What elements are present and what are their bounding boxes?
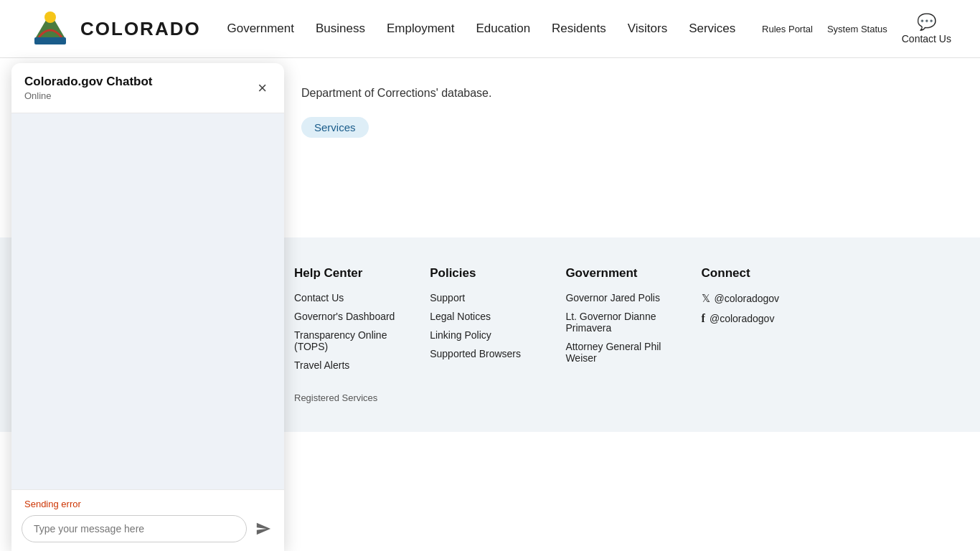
footer-legal-notices-link[interactable]: Legal Notices xyxy=(430,311,544,322)
nav-government[interactable]: Government xyxy=(227,22,294,36)
main-nav: Government Business Employment Education… xyxy=(227,22,735,36)
footer-help-center-heading: Help Center xyxy=(294,266,408,281)
chatbot-footer: Sending error xyxy=(11,489,284,551)
facebook-icon xyxy=(702,312,705,325)
footer-policies-heading: Policies xyxy=(430,266,544,281)
footer-support-link[interactable]: Support xyxy=(430,292,544,303)
chatbot-body xyxy=(11,113,284,489)
chatbot-close-button[interactable]: × xyxy=(253,79,271,98)
twitter-icon xyxy=(702,292,710,305)
footer-tops-link[interactable]: Transparency Online (TOPS) xyxy=(294,329,408,352)
corrections-text: Department of Corrections' database. xyxy=(301,87,951,100)
nav-visitors[interactable]: Visitors xyxy=(628,22,667,36)
chatbot-widget: Colorado.gov Chatbot Online × Sending er… xyxy=(11,63,284,551)
sending-error-text: Sending error xyxy=(22,499,274,509)
facebook-handle: @coloradogov xyxy=(710,313,775,324)
send-icon xyxy=(255,521,271,537)
footer-attorney-general-link[interactable]: Attorney General Phil Weiser xyxy=(565,341,679,364)
chatbot-status: Online xyxy=(24,90,152,101)
footer-policies: Policies Support Legal Notices Linking P… xyxy=(430,266,544,378)
footer-help-center: Help Center Contact Us Governor's Dashbo… xyxy=(294,266,408,378)
contact-icon: 💬 xyxy=(917,13,936,32)
footer-lt-governor-link[interactable]: Lt. Governor Dianne Primavera xyxy=(565,311,679,334)
footer-linking-policy-link[interactable]: Linking Policy xyxy=(430,329,544,341)
footer-facebook-link[interactable]: @coloradogov xyxy=(702,312,816,325)
footer-bottom-links: Registered Services xyxy=(294,392,951,403)
chatbot-input-row xyxy=(22,515,274,542)
nav-education[interactable]: Education xyxy=(476,22,530,36)
rules-portal-link[interactable]: Rules Portal xyxy=(762,24,813,34)
footer-government-heading: Government xyxy=(565,266,679,281)
nav-employment[interactable]: Employment xyxy=(387,22,454,36)
chatbot-message-input[interactable] xyxy=(22,515,247,542)
footer-connect: Connect @coloradogov @coloradogov xyxy=(702,266,816,378)
contact-label: Contact Us xyxy=(902,33,951,44)
nav-services[interactable]: Services xyxy=(689,22,735,36)
registered-services-link[interactable]: Registered Services xyxy=(294,392,377,403)
contact-us-link[interactable]: 💬 Contact Us xyxy=(902,13,951,44)
svg-rect-2 xyxy=(34,37,66,44)
logo-area: COLORADO xyxy=(29,7,201,50)
chatbot-header: Colorado.gov Chatbot Online × xyxy=(11,63,284,113)
system-status-label: System Status xyxy=(827,24,887,34)
footer-connect-heading: Connect xyxy=(702,266,816,281)
services-tag-button[interactable]: Services xyxy=(301,117,369,138)
footer-governor-link[interactable]: Governor Jared Polis xyxy=(565,292,679,303)
nav-business[interactable]: Business xyxy=(316,22,365,36)
svg-point-1 xyxy=(44,11,56,23)
footer-twitter-link[interactable]: @coloradogov xyxy=(702,292,816,305)
nav-extras: Rules Portal System Status 💬 Contact Us xyxy=(762,13,951,44)
colorado-logo xyxy=(29,7,72,50)
footer-contact-link[interactable]: Contact Us xyxy=(294,292,408,303)
header: COLORADO Government Business Employment … xyxy=(0,0,980,58)
chatbot-title: Colorado.gov Chatbot xyxy=(24,75,152,89)
twitter-handle: @coloradogov xyxy=(715,293,780,304)
footer-travel-alerts-link[interactable]: Travel Alerts xyxy=(294,359,408,371)
logo-text: COLORADO xyxy=(80,18,201,40)
rules-portal-label: Rules Portal xyxy=(762,24,813,34)
system-status-link[interactable]: System Status xyxy=(827,24,887,34)
footer-governors-dashboard-link[interactable]: Governor's Dashboard xyxy=(294,311,408,322)
chatbot-send-button[interactable] xyxy=(253,518,274,540)
chatbot-title-area: Colorado.gov Chatbot Online xyxy=(24,75,152,101)
nav-residents[interactable]: Residents xyxy=(552,22,606,36)
footer-grid: Help Center Contact Us Governor's Dashbo… xyxy=(294,266,951,378)
footer-government: Government Governor Jared Polis Lt. Gove… xyxy=(565,266,679,378)
footer-supported-browsers-link[interactable]: Supported Browsers xyxy=(430,348,544,359)
